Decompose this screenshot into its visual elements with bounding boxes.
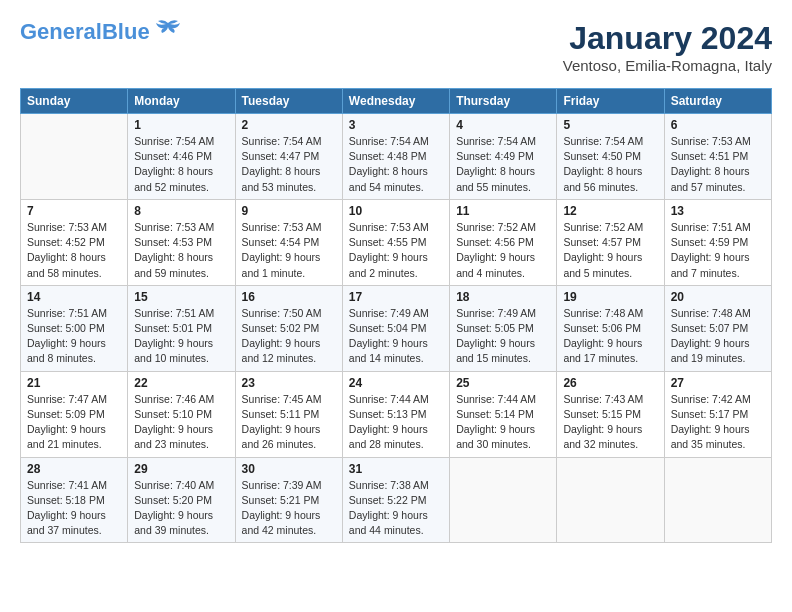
calendar-cell: 29Sunrise: 7:40 AMSunset: 5:20 PMDayligh… — [128, 457, 235, 543]
calendar-cell: 25Sunrise: 7:44 AMSunset: 5:14 PMDayligh… — [450, 371, 557, 457]
calendar-cell: 3Sunrise: 7:54 AMSunset: 4:48 PMDaylight… — [342, 114, 449, 200]
day-detail: Sunrise: 7:54 AMSunset: 4:48 PMDaylight:… — [349, 134, 443, 195]
day-number: 27 — [671, 376, 765, 390]
calendar-week-row: 7Sunrise: 7:53 AMSunset: 4:52 PMDaylight… — [21, 199, 772, 285]
weekday-header-sunday: Sunday — [21, 89, 128, 114]
calendar-cell: 20Sunrise: 7:48 AMSunset: 5:07 PMDayligh… — [664, 285, 771, 371]
day-detail: Sunrise: 7:53 AMSunset: 4:52 PMDaylight:… — [27, 220, 121, 281]
header: GeneralBlue January 2024 Ventoso, Emilia… — [20, 20, 772, 74]
day-detail: Sunrise: 7:54 AMSunset: 4:47 PMDaylight:… — [242, 134, 336, 195]
day-detail: Sunrise: 7:45 AMSunset: 5:11 PMDaylight:… — [242, 392, 336, 453]
day-detail: Sunrise: 7:50 AMSunset: 5:02 PMDaylight:… — [242, 306, 336, 367]
calendar-cell: 17Sunrise: 7:49 AMSunset: 5:04 PMDayligh… — [342, 285, 449, 371]
day-number: 28 — [27, 462, 121, 476]
day-detail: Sunrise: 7:53 AMSunset: 4:55 PMDaylight:… — [349, 220, 443, 281]
calendar-cell: 22Sunrise: 7:46 AMSunset: 5:10 PMDayligh… — [128, 371, 235, 457]
calendar-cell: 24Sunrise: 7:44 AMSunset: 5:13 PMDayligh… — [342, 371, 449, 457]
calendar-cell: 10Sunrise: 7:53 AMSunset: 4:55 PMDayligh… — [342, 199, 449, 285]
day-number: 14 — [27, 290, 121, 304]
day-number: 1 — [134, 118, 228, 132]
calendar-cell: 5Sunrise: 7:54 AMSunset: 4:50 PMDaylight… — [557, 114, 664, 200]
calendar-cell: 6Sunrise: 7:53 AMSunset: 4:51 PMDaylight… — [664, 114, 771, 200]
calendar-cell — [557, 457, 664, 543]
day-detail: Sunrise: 7:51 AMSunset: 4:59 PMDaylight:… — [671, 220, 765, 281]
day-number: 13 — [671, 204, 765, 218]
day-number: 30 — [242, 462, 336, 476]
calendar-cell: 28Sunrise: 7:41 AMSunset: 5:18 PMDayligh… — [21, 457, 128, 543]
day-detail: Sunrise: 7:44 AMSunset: 5:13 PMDaylight:… — [349, 392, 443, 453]
day-detail: Sunrise: 7:52 AMSunset: 4:57 PMDaylight:… — [563, 220, 657, 281]
calendar-cell: 1Sunrise: 7:54 AMSunset: 4:46 PMDaylight… — [128, 114, 235, 200]
logo: GeneralBlue — [20, 20, 182, 44]
day-detail: Sunrise: 7:48 AMSunset: 5:07 PMDaylight:… — [671, 306, 765, 367]
title-block: January 2024 Ventoso, Emilia-Romagna, It… — [563, 20, 772, 74]
day-detail: Sunrise: 7:54 AMSunset: 4:50 PMDaylight:… — [563, 134, 657, 195]
day-detail: Sunrise: 7:54 AMSunset: 4:49 PMDaylight:… — [456, 134, 550, 195]
calendar-cell: 21Sunrise: 7:47 AMSunset: 5:09 PMDayligh… — [21, 371, 128, 457]
day-detail: Sunrise: 7:41 AMSunset: 5:18 PMDaylight:… — [27, 478, 121, 539]
calendar-table: SundayMondayTuesdayWednesdayThursdayFrid… — [20, 88, 772, 543]
day-detail: Sunrise: 7:44 AMSunset: 5:14 PMDaylight:… — [456, 392, 550, 453]
calendar-cell: 4Sunrise: 7:54 AMSunset: 4:49 PMDaylight… — [450, 114, 557, 200]
day-detail: Sunrise: 7:47 AMSunset: 5:09 PMDaylight:… — [27, 392, 121, 453]
day-number: 10 — [349, 204, 443, 218]
calendar-cell: 26Sunrise: 7:43 AMSunset: 5:15 PMDayligh… — [557, 371, 664, 457]
weekday-header-row: SundayMondayTuesdayWednesdayThursdayFrid… — [21, 89, 772, 114]
day-number: 20 — [671, 290, 765, 304]
day-detail: Sunrise: 7:46 AMSunset: 5:10 PMDaylight:… — [134, 392, 228, 453]
day-number: 22 — [134, 376, 228, 390]
calendar-cell: 12Sunrise: 7:52 AMSunset: 4:57 PMDayligh… — [557, 199, 664, 285]
calendar-cell: 2Sunrise: 7:54 AMSunset: 4:47 PMDaylight… — [235, 114, 342, 200]
weekday-header-thursday: Thursday — [450, 89, 557, 114]
day-number: 29 — [134, 462, 228, 476]
calendar-cell: 8Sunrise: 7:53 AMSunset: 4:53 PMDaylight… — [128, 199, 235, 285]
calendar-cell — [664, 457, 771, 543]
day-number: 24 — [349, 376, 443, 390]
weekday-header-tuesday: Tuesday — [235, 89, 342, 114]
calendar-cell: 16Sunrise: 7:50 AMSunset: 5:02 PMDayligh… — [235, 285, 342, 371]
calendar-week-row: 14Sunrise: 7:51 AMSunset: 5:00 PMDayligh… — [21, 285, 772, 371]
calendar-cell: 18Sunrise: 7:49 AMSunset: 5:05 PMDayligh… — [450, 285, 557, 371]
calendar-cell: 23Sunrise: 7:45 AMSunset: 5:11 PMDayligh… — [235, 371, 342, 457]
logo-general: General — [20, 19, 102, 44]
calendar-cell: 27Sunrise: 7:42 AMSunset: 5:17 PMDayligh… — [664, 371, 771, 457]
calendar-cell: 15Sunrise: 7:51 AMSunset: 5:01 PMDayligh… — [128, 285, 235, 371]
day-number: 11 — [456, 204, 550, 218]
calendar-cell: 9Sunrise: 7:53 AMSunset: 4:54 PMDaylight… — [235, 199, 342, 285]
calendar-week-row: 1Sunrise: 7:54 AMSunset: 4:46 PMDaylight… — [21, 114, 772, 200]
day-detail: Sunrise: 7:53 AMSunset: 4:54 PMDaylight:… — [242, 220, 336, 281]
day-detail: Sunrise: 7:38 AMSunset: 5:22 PMDaylight:… — [349, 478, 443, 539]
day-detail: Sunrise: 7:49 AMSunset: 5:05 PMDaylight:… — [456, 306, 550, 367]
day-number: 9 — [242, 204, 336, 218]
day-detail: Sunrise: 7:51 AMSunset: 5:00 PMDaylight:… — [27, 306, 121, 367]
calendar-cell: 14Sunrise: 7:51 AMSunset: 5:00 PMDayligh… — [21, 285, 128, 371]
calendar-week-row: 28Sunrise: 7:41 AMSunset: 5:18 PMDayligh… — [21, 457, 772, 543]
day-number: 2 — [242, 118, 336, 132]
page: GeneralBlue January 2024 Ventoso, Emilia… — [0, 0, 792, 612]
calendar-cell — [450, 457, 557, 543]
day-number: 3 — [349, 118, 443, 132]
calendar-cell: 11Sunrise: 7:52 AMSunset: 4:56 PMDayligh… — [450, 199, 557, 285]
day-detail: Sunrise: 7:49 AMSunset: 5:04 PMDaylight:… — [349, 306, 443, 367]
day-number: 4 — [456, 118, 550, 132]
day-number: 16 — [242, 290, 336, 304]
calendar-cell: 31Sunrise: 7:38 AMSunset: 5:22 PMDayligh… — [342, 457, 449, 543]
day-number: 6 — [671, 118, 765, 132]
weekday-header-wednesday: Wednesday — [342, 89, 449, 114]
day-number: 23 — [242, 376, 336, 390]
day-number: 19 — [563, 290, 657, 304]
day-number: 26 — [563, 376, 657, 390]
weekday-header-monday: Monday — [128, 89, 235, 114]
weekday-header-saturday: Saturday — [664, 89, 771, 114]
calendar-cell: 19Sunrise: 7:48 AMSunset: 5:06 PMDayligh… — [557, 285, 664, 371]
day-detail: Sunrise: 7:39 AMSunset: 5:21 PMDaylight:… — [242, 478, 336, 539]
day-detail: Sunrise: 7:54 AMSunset: 4:46 PMDaylight:… — [134, 134, 228, 195]
calendar-cell: 13Sunrise: 7:51 AMSunset: 4:59 PMDayligh… — [664, 199, 771, 285]
day-number: 12 — [563, 204, 657, 218]
calendar-cell — [21, 114, 128, 200]
day-number: 31 — [349, 462, 443, 476]
calendar-cell: 7Sunrise: 7:53 AMSunset: 4:52 PMDaylight… — [21, 199, 128, 285]
logo-bird-icon — [154, 19, 182, 41]
calendar-subtitle: Ventoso, Emilia-Romagna, Italy — [563, 57, 772, 74]
day-number: 21 — [27, 376, 121, 390]
